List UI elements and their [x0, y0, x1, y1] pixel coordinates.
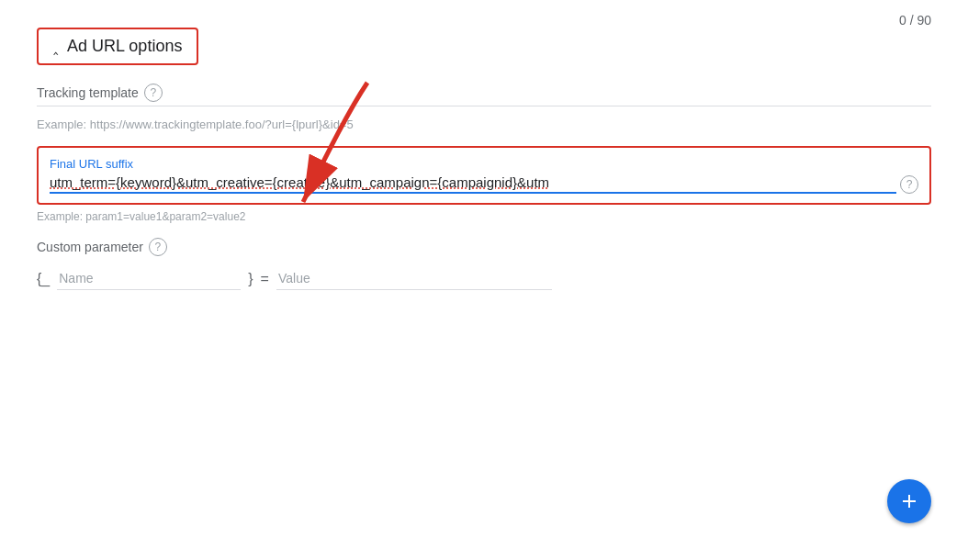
param-equals: =: [261, 271, 269, 287]
final-url-suffix-label: Final URL suffix: [50, 157, 918, 171]
param-value-input[interactable]: [276, 267, 552, 290]
plus-icon: [898, 490, 920, 512]
custom-parameter-help-icon[interactable]: ?: [149, 238, 167, 256]
ad-url-options-section[interactable]: ‸ Ad URL options: [37, 28, 198, 65]
final-url-suffix-input[interactable]: [50, 174, 896, 194]
custom-parameter-row: {_ } =: [37, 267, 931, 290]
final-url-suffix-box: Final URL suffix ?: [37, 146, 931, 205]
add-parameter-button[interactable]: [887, 479, 931, 523]
tracking-template-field: Tracking template ?: [37, 84, 931, 106]
final-url-suffix-input-wrapper: ?: [50, 174, 918, 194]
counter: 0 / 90: [899, 13, 931, 28]
param-close-brace: }: [248, 271, 253, 287]
tracking-template-help-icon[interactable]: ?: [144, 84, 163, 102]
chevron-icon: ‸: [53, 38, 58, 55]
tracking-template-label: Tracking template ?: [37, 84, 931, 102]
final-url-suffix-help-icon[interactable]: ?: [900, 175, 918, 194]
tracking-template-divider: [37, 106, 931, 106]
final-url-suffix-example: Example: param1=value1&param2=value2: [37, 210, 931, 223]
param-open-brace: {_: [37, 271, 50, 287]
page-container: 0 / 90 ‸ Ad URL options Tracking templat…: [0, 0, 968, 560]
tracking-template-example: Example: https://www.trackingtemplate.fo…: [37, 118, 931, 131]
section-title: Ad URL options: [67, 37, 182, 56]
param-name-input[interactable]: [57, 267, 241, 290]
custom-parameter-label: Custom parameter ?: [37, 238, 931, 256]
